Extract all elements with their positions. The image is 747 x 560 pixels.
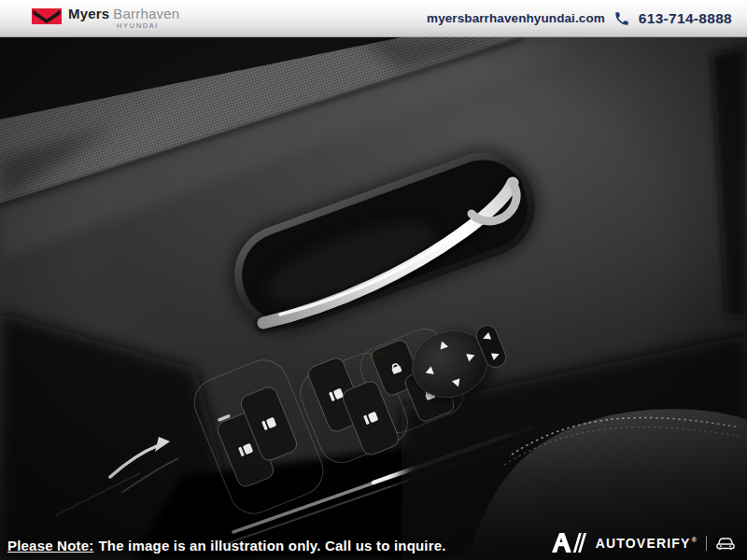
- dealer-logo-text: MyersBarrhaven HYUNDAI: [68, 7, 179, 30]
- autoverify-label: AUTOVERIFY®: [596, 536, 698, 551]
- badge-divider: [706, 536, 707, 551]
- dealer-brand: HYUNDAI: [117, 22, 179, 30]
- dealer-logo: MyersBarrhaven HYUNDAI: [32, 7, 179, 30]
- disclaimer-note: Please Note:The image is an illustration…: [7, 538, 446, 553]
- dealer-name: Myers: [68, 6, 109, 21]
- autoverify-logo-icon: [552, 533, 587, 553]
- phone-icon: [613, 10, 630, 27]
- dealer-phone-link[interactable]: 613-714-8888: [639, 10, 732, 27]
- vignette: [0, 37, 747, 560]
- disclaimer-label: Please Note:: [7, 538, 93, 553]
- dealer-header-banner: MyersBarrhaven HYUNDAI myersbarrhavenhyu…: [0, 0, 747, 37]
- dealer-location: Barrhaven: [113, 6, 179, 21]
- dealer-contact: myersbarrhavenhyundai.com 613-714-8888: [427, 10, 732, 27]
- dealer-website-link[interactable]: myersbarrhavenhyundai.com: [427, 11, 605, 25]
- car-door-interior-photo: [0, 37, 747, 560]
- registered-mark: ®: [692, 537, 698, 543]
- car-icon: [715, 536, 736, 551]
- disclaimer-text: The image is an illustration only. Call …: [98, 538, 445, 553]
- myers-logo-icon: [32, 8, 62, 24]
- autoverify-badge: AUTOVERIFY®: [552, 533, 736, 553]
- vehicle-listing-image: MyersBarrhaven HYUNDAI myersbarrhavenhyu…: [0, 0, 747, 560]
